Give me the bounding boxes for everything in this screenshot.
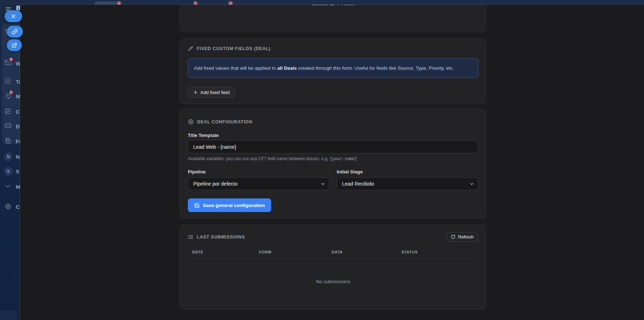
sidebar-item-label: W [16, 60, 20, 67]
link-icon [12, 29, 18, 35]
deal-config-card: DEAL CONFIGURATION Title Template Availa… [180, 109, 487, 219]
topbar: 1 1 2 [0, 0, 644, 5]
sidebar-item-n[interactable]: N N [0, 153, 20, 162]
drawer-icon [5, 123, 11, 128]
sidebar-item-fe[interactable]: Fe [0, 138, 20, 146]
section-title: FIXED CUSTOM FIELDS (DEAL) [197, 46, 270, 51]
select-form-title: Select CF7 Form [180, 5, 486, 6]
sidebar-item-w[interactable]: 1 W [0, 60, 20, 68]
title-template-label: Title Template [188, 133, 219, 138]
sidebar-item-c[interactable]: C [0, 108, 20, 117]
save-button-label: Save general configuration [203, 203, 265, 208]
column-header-date: DATE [188, 250, 255, 254]
column-header-status: STATUS [397, 250, 478, 254]
sidebar-item-config[interactable]: C [0, 203, 20, 212]
info-text: created through this form. Useful for fi… [297, 65, 454, 71]
pen-icon [188, 46, 194, 51]
info-text: Add fixed values that will be applied to [194, 65, 277, 71]
empty-state-text: No submissions [180, 279, 486, 284]
sidebar: B 1 W Ta 1 M [0, 5, 20, 320]
sidebar-item-label: D [16, 123, 20, 129]
column-header-form: FORM [255, 250, 327, 254]
sidebar-item-d[interactable]: D [0, 123, 20, 131]
gear-icon [5, 203, 11, 210]
chevron-down-icon [5, 184, 11, 188]
info-text-bold: all Deals [277, 65, 297, 71]
screen: 1 1 2 B 1 W Ta [0, 0, 644, 320]
gear-icon [188, 119, 194, 125]
check-square-icon [5, 78, 11, 84]
title-template-helper: Available variables: you can use any CF7… [188, 156, 357, 161]
open-external-button[interactable] [7, 39, 22, 51]
topbar-tab [94, 1, 119, 5]
info-banner: Add fixed values that will be applied to… [188, 58, 478, 78]
avatar: S [4, 167, 13, 176]
chevron-down-icon [320, 181, 326, 187]
select-form-card: Select CF7 Form [180, 5, 487, 32]
chevron-down-icon [469, 181, 474, 187]
close-button[interactable] [5, 10, 22, 22]
sidebar-item-label: Fe [16, 138, 20, 144]
pipeline-selected-value: Pipeline por defecto [193, 181, 238, 187]
sidebar-item-label: C [16, 204, 20, 210]
list-icon [188, 234, 194, 240]
save-icon [194, 203, 200, 208]
sidebar-item-label: M [16, 184, 20, 190]
last-submissions-card: LAST SUBMISSIONS Refresh DATE FORM DATA … [180, 225, 487, 310]
pipeline-label: Pipeline [188, 169, 330, 174]
pipeline-select[interactable]: Pipeline por defecto [188, 177, 330, 190]
refresh-icon [451, 235, 455, 239]
initial-stage-selected-value: Lead Recibido [342, 181, 374, 187]
helper-code: {your-name} [330, 156, 357, 161]
calendar-icon [5, 108, 11, 114]
modal-overlay: Select CF7 Form FIXED CUSTOM FIELDS (DEA… [20, 5, 644, 320]
sidebar-item-ta[interactable]: Ta [0, 78, 20, 87]
close-icon [11, 14, 16, 19]
sidebar-item-s[interactable]: S S [0, 168, 20, 176]
fixed-fields-card: FIXED CUSTOM FIELDS (DEAL) Add fixed val… [180, 38, 487, 104]
initial-stage-label: Initial Stage [337, 169, 478, 174]
submissions-table-header: DATE FORM DATA STATUS [188, 250, 478, 259]
plus-icon [193, 90, 198, 95]
column-header-data: DATA [327, 250, 397, 254]
save-general-configuration-button[interactable]: Save general configuration [188, 198, 271, 212]
section-title: LAST SUBMISSIONS [197, 235, 245, 240]
refresh-button[interactable]: Refresh [446, 232, 478, 242]
sidebar-item-label: M [16, 93, 20, 99]
title-template-input[interactable] [188, 140, 478, 153]
sidebar-item-more[interactable]: M [0, 183, 20, 192]
copy-link-button[interactable] [7, 26, 23, 38]
add-fixed-field-label: Add fixed field [200, 90, 230, 95]
copy-icon [5, 138, 11, 144]
avatar: N [4, 152, 13, 161]
sidebar-item-label: Ta [16, 79, 20, 85]
sidebar-item-label: N [16, 154, 20, 160]
initial-stage-select[interactable]: Lead Recibido [337, 177, 478, 190]
section-title: DEAL CONFIGURATION [197, 119, 253, 124]
external-link-icon [11, 43, 17, 48]
sidebar-item-label: S [16, 168, 19, 174]
unread-badge: 1 [8, 56, 14, 62]
add-fixed-field-button[interactable]: Add fixed field [188, 87, 235, 98]
refresh-button-label: Refresh [458, 235, 474, 240]
sidebar-item-label: C [16, 109, 20, 115]
sidebar-footer-block [0, 310, 17, 320]
unread-badge: 1 [8, 89, 14, 95]
sidebar-item-m[interactable]: 1 M [0, 93, 20, 101]
